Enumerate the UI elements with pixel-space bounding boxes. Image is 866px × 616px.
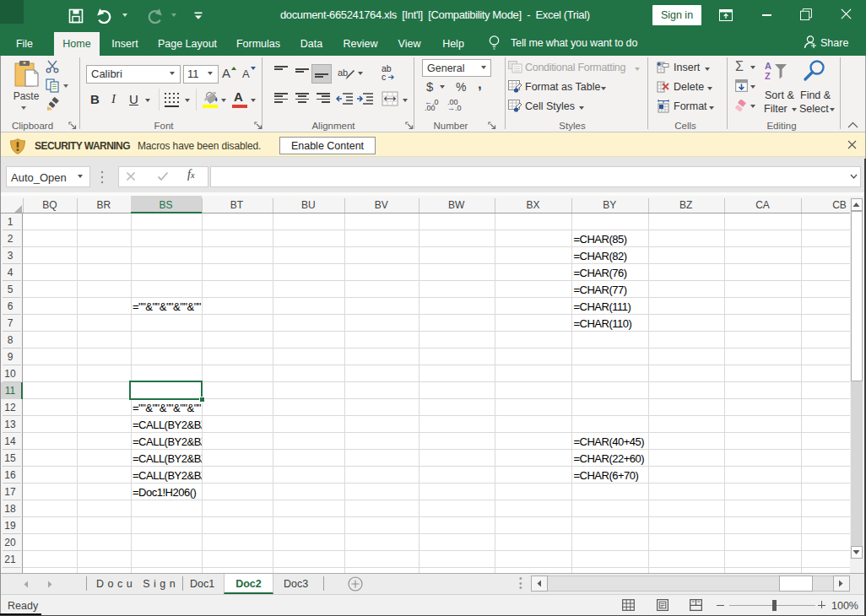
- svg-text:A: A: [765, 61, 771, 71]
- svg-text:c: c: [382, 72, 386, 81]
- svg-text:Z: Z: [765, 71, 771, 80]
- svg-text:ab: ab: [338, 68, 348, 78]
